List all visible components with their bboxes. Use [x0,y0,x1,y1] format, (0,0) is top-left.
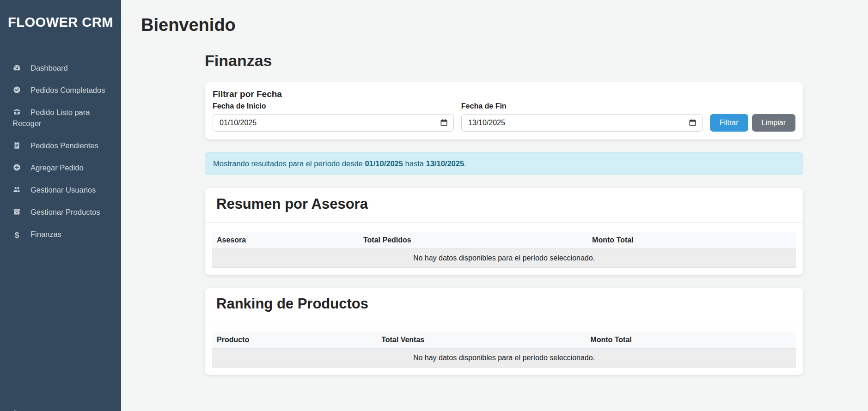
sidebar-nav: Dashboard Pedidos Completados Pedido Lis… [0,57,121,245]
end-date-input[interactable] [461,114,703,132]
ranking-table: Producto Total Ventas Monto Total No hay… [212,332,796,368]
empty-message: No hay datos disponibles para el período… [212,248,796,267]
finance-container: Finanzas Filtrar por Fecha Fecha de Inic… [205,52,803,375]
start-date-input[interactable] [213,114,454,132]
filter-card: Filtrar por Fecha Fecha de Inicio Fecha … [205,82,803,139]
check-circle-icon [12,86,21,94]
table-empty-row: No hay datos disponibles para el período… [212,248,796,267]
app-title: FLOOWER CRM [0,0,121,30]
column-header-asesora: Asesora [212,232,359,249]
alert-text-prefix: Mostrando resultados para el período des… [213,159,365,168]
filter-title: Filtrar por Fecha [213,89,795,99]
summary-table-wrap: Asesora Total Pedidos Monto Total No hay… [205,223,803,275]
sidebar: FLOOWER CRM Dashboard Pedidos Completado… [0,0,121,411]
start-date-field: Fecha de Inicio [213,102,454,132]
welcome-heading: Bienvenido [141,16,850,35]
sidebar-item-label: Agregar Pedido [31,163,84,172]
page-title: Finanzas [205,52,803,70]
ranking-title: Ranking de Productos [205,288,803,322]
column-header-total-pedidos: Total Pedidos [359,232,587,249]
gauge-icon [12,64,21,72]
summary-table: Asesora Total Pedidos Monto Total No hay… [212,232,796,268]
box-open-icon [12,108,21,116]
alert-text-middle: hasta [403,159,426,168]
calendar-icon[interactable] [689,119,697,127]
column-header-monto-total: Monto Total [586,332,796,349]
sidebar-item-logout[interactable]: Cerrar Sesión [12,403,113,411]
summary-title: Resumen por Asesora [205,188,803,222]
table-empty-row: No hay datos disponibles para el período… [212,348,796,367]
sidebar-item-dashboard[interactable]: Dashboard [12,57,113,79]
clipboard-icon [12,141,21,149]
sidebar-item-agregar-pedido[interactable]: Agregar Pedido [12,157,113,179]
end-date-label: Fecha de Fin [461,102,703,110]
column-header-producto: Producto [212,332,377,349]
box-icon [12,208,21,216]
table-header-row: Producto Total Ventas Monto Total [212,332,796,349]
sidebar-item-label: Pedidos Completados [31,86,105,94]
empty-message: No hay datos disponibles para el período… [212,348,796,367]
plus-circle-icon [12,163,21,171]
column-header-monto-total: Monto Total [587,232,796,249]
ranking-table-wrap: Producto Total Ventas Monto Total No hay… [205,322,803,375]
sidebar-item-label: Dashboard [31,64,68,72]
sidebar-item-label: Pedido Listo para Recoger [12,108,90,127]
sidebar-item-pedido-listo[interactable]: Pedido Listo para Recoger [12,101,113,134]
ranking-card: Ranking de Productos Producto Total Vent… [205,288,803,375]
filter-button[interactable]: Filtrar [710,114,748,132]
filter-row: Fecha de Inicio Fecha de Fin [213,102,795,132]
sidebar-item-pedidos-completados[interactable]: Pedidos Completados [12,79,113,101]
alert-start-date: 01/10/2025 [365,159,403,168]
end-date-field: Fecha de Fin [461,102,703,132]
main-content: Bienvenido Finanzas Filtrar por Fecha Fe… [121,0,868,411]
sidebar-item-label: Gestionar Productos [31,208,100,216]
start-date-label: Fecha de Inicio [213,102,454,110]
sidebar-item-gestionar-productos[interactable]: Gestionar Productos [12,201,113,223]
dollar-icon: $ [12,230,21,238]
alert-text-suffix: . [464,159,466,168]
users-icon [12,186,21,193]
table-header-row: Asesora Total Pedidos Monto Total [212,232,796,249]
sidebar-item-finanzas[interactable]: $Finanzas [12,223,113,245]
alert-end-date: 13/10/2025 [426,159,465,168]
column-header-total-ventas: Total Ventas [377,332,586,349]
sidebar-item-label: Pedidos Pendientes [31,141,98,150]
sidebar-item-pedidos-pendientes[interactable]: Pedidos Pendientes [12,134,113,157]
calendar-icon[interactable] [440,119,448,127]
sidebar-item-label: Finanzas [31,230,61,238]
clear-button[interactable]: Limpiar [752,114,795,132]
sidebar-item-gestionar-usuarios[interactable]: Gestionar Usuarios [12,179,113,201]
results-alert: Mostrando resultados para el período des… [205,152,803,175]
summary-card: Resumen por Asesora Asesora Total Pedido… [205,188,803,275]
sidebar-item-label: Gestionar Usuarios [31,186,96,194]
